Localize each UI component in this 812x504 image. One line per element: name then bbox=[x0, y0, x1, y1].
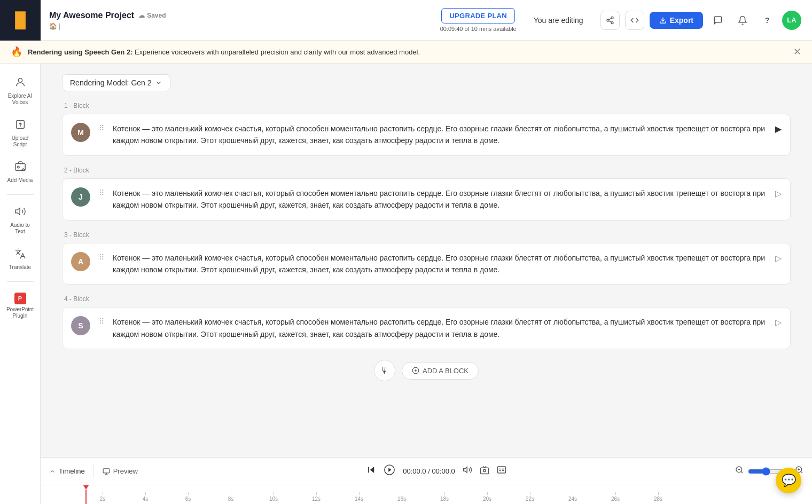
rendering-model-selector[interactable]: Rendering Model: Gen 2 bbox=[62, 74, 170, 91]
add-block-button[interactable]: ADD A BLOCK bbox=[402, 362, 479, 380]
sidebar-item-audio-to-text[interactable]: Audio to Text bbox=[3, 201, 38, 239]
play-pause-button[interactable] bbox=[384, 464, 395, 479]
user-avatar[interactable]: LA bbox=[782, 11, 801, 30]
block-label-4: 4 - Block bbox=[62, 295, 791, 303]
topbar: ▐▌ My Awesome Project ☁ Saved 🏠 | UPGRAD… bbox=[0, 0, 812, 41]
banner-close-button[interactable]: ✕ bbox=[793, 46, 801, 58]
drag-handle-1[interactable]: ⠿ bbox=[97, 124, 106, 132]
skip-back-button[interactable] bbox=[366, 465, 376, 477]
sidebar-item-audio-label: Audio to Text bbox=[6, 222, 35, 235]
time-available: 00:09:40 of 10 mins available bbox=[440, 26, 517, 32]
topbar-actions: Export ? LA bbox=[600, 11, 801, 30]
block-text-1[interactable]: Котенок — это маленький комочек счастья,… bbox=[113, 123, 769, 147]
timeline-bar: Timeline Preview 00:00.0 / 00:00.0 bbox=[41, 457, 812, 485]
preview-label: Preview bbox=[113, 467, 138, 475]
sidebar-item-explore-ai[interactable]: Explore AI Voices bbox=[3, 72, 38, 110]
svg-point-2 bbox=[611, 21, 613, 23]
block-section-1: 1 - Block M ⠿ Котенок — это маленький ко… bbox=[62, 102, 791, 156]
ruler-tick: 28s bbox=[637, 492, 680, 502]
code-button[interactable] bbox=[625, 11, 644, 30]
svg-point-0 bbox=[611, 17, 613, 19]
svg-rect-25 bbox=[497, 467, 505, 473]
play-button-3[interactable]: ▷ bbox=[775, 253, 782, 263]
project-title: My Awesome Project ☁ Saved bbox=[49, 11, 166, 20]
help-button[interactable]: ? bbox=[758, 11, 777, 30]
content-area: Rendering Model: Gen 2 1 - Block M ⠿ Кот… bbox=[41, 64, 812, 504]
svg-line-34 bbox=[801, 471, 802, 473]
ruler-tick: 24s bbox=[551, 492, 594, 502]
block-card-1: M ⠿ Котенок — это маленький комочек счас… bbox=[62, 114, 791, 156]
translate-icon bbox=[14, 248, 26, 262]
sidebar-item-translate-label: Translate bbox=[9, 264, 31, 271]
block-section-4: 4 - Block S ⠿ Котенок — это маленький ко… bbox=[62, 295, 791, 349]
ruler-tick: 10s bbox=[252, 492, 295, 502]
chat-widget-button[interactable]: 💬 bbox=[776, 468, 801, 493]
camera-button[interactable] bbox=[480, 465, 489, 477]
powerpoint-icon: P bbox=[14, 293, 26, 304]
sidebar: Explore AI Voices Upload Script Add Medi… bbox=[0, 64, 41, 504]
svg-point-10 bbox=[17, 166, 19, 168]
zoom-out-button[interactable] bbox=[735, 466, 744, 477]
captions-button[interactable] bbox=[497, 465, 506, 477]
playback-controls: 00:00.0 / 00:00.0 bbox=[366, 464, 506, 479]
notifications-button[interactable] bbox=[733, 11, 752, 30]
svg-point-1 bbox=[607, 19, 609, 21]
banner: 🔥 Rendering using Speech Gen 2: Experien… bbox=[0, 41, 812, 64]
block-label-3: 3 - Block bbox=[62, 231, 791, 239]
audio-to-text-icon bbox=[14, 206, 26, 220]
logo-icon: ▐▌ bbox=[10, 12, 31, 29]
timeline-separator bbox=[93, 465, 94, 478]
rendering-model-bar: Rendering Model: Gen 2 bbox=[62, 74, 791, 91]
block-text-3[interactable]: Котенок — это маленький комочек счастья,… bbox=[113, 252, 769, 276]
sidebar-item-upload-script[interactable]: Upload Script bbox=[3, 114, 38, 152]
sidebar-item-upload-label: Upload Script bbox=[6, 135, 35, 148]
upgrade-plan-button[interactable]: UPGRADE PLAN bbox=[441, 8, 515, 23]
block-label-1: 1 - Block bbox=[62, 102, 791, 109]
svg-marker-11 bbox=[15, 208, 19, 215]
playhead bbox=[83, 485, 89, 504]
ruler-tick: 8s bbox=[209, 492, 252, 502]
mic-button[interactable]: 🎙 bbox=[374, 360, 395, 381]
upload-script-icon bbox=[14, 119, 26, 133]
preview-tab[interactable]: Preview bbox=[103, 467, 138, 475]
svg-point-6 bbox=[18, 78, 22, 82]
project-sub: 🏠 | bbox=[49, 22, 166, 30]
drag-handle-2[interactable]: ⠿ bbox=[97, 188, 106, 197]
sidebar-item-add-media[interactable]: Add Media bbox=[3, 156, 38, 188]
explore-ai-icon bbox=[14, 76, 26, 91]
share-button[interactable] bbox=[600, 11, 620, 30]
banner-icon: 🔥 bbox=[11, 46, 22, 58]
drag-handle-3[interactable]: ⠿ bbox=[97, 253, 106, 262]
volume-button[interactable] bbox=[463, 465, 472, 477]
ruler-tick: 4s bbox=[124, 492, 167, 502]
banner-text: Rendering using Speech Gen 2: Experience… bbox=[28, 48, 420, 56]
svg-line-4 bbox=[608, 18, 611, 20]
playhead-line bbox=[85, 490, 87, 504]
block-text-2[interactable]: Котенок — это маленький комочек счастья,… bbox=[113, 187, 769, 211]
timeline-label: Timeline bbox=[59, 467, 85, 475]
ruler-tick: 26s bbox=[594, 492, 637, 502]
playhead-triangle bbox=[83, 485, 89, 490]
ruler-tick: 6s bbox=[167, 492, 209, 502]
block-avatar-2: J bbox=[71, 187, 90, 207]
project-info: My Awesome Project ☁ Saved 🏠 | bbox=[49, 11, 166, 30]
block-card-3: A ⠿ Котенок — это маленький комочек счас… bbox=[62, 243, 791, 285]
add-block-row: 🎙 ADD A BLOCK bbox=[62, 360, 791, 381]
timeline-tab[interactable]: Timeline bbox=[49, 467, 85, 475]
play-button-1[interactable]: ▶ bbox=[775, 124, 782, 134]
svg-rect-15 bbox=[103, 468, 110, 472]
sidebar-item-ppt-label: PowerPoint Plugin bbox=[6, 306, 35, 319]
sidebar-item-translate[interactable]: Translate bbox=[3, 243, 38, 275]
block-text-4[interactable]: Котенок — это маленький комочек счастья,… bbox=[113, 316, 769, 340]
upgrade-area: UPGRADE PLAN 00:09:40 of 10 mins availab… bbox=[440, 8, 517, 32]
export-button[interactable]: Export bbox=[650, 12, 703, 29]
svg-marker-18 bbox=[370, 467, 374, 473]
sidebar-item-powerpoint[interactable]: P PowerPoint Plugin bbox=[3, 288, 38, 324]
play-button-2[interactable]: ▷ bbox=[775, 188, 782, 199]
play-button-4[interactable]: ▷ bbox=[775, 317, 782, 327]
drag-handle-4[interactable]: ⠿ bbox=[97, 317, 106, 326]
svg-line-31 bbox=[741, 471, 743, 473]
ruler-content: 2s4s6s8s10s12s14s16s18s20s22s24s26s28s bbox=[81, 485, 680, 504]
chat-icon-btn[interactable] bbox=[708, 11, 728, 30]
svg-point-24 bbox=[483, 469, 486, 472]
